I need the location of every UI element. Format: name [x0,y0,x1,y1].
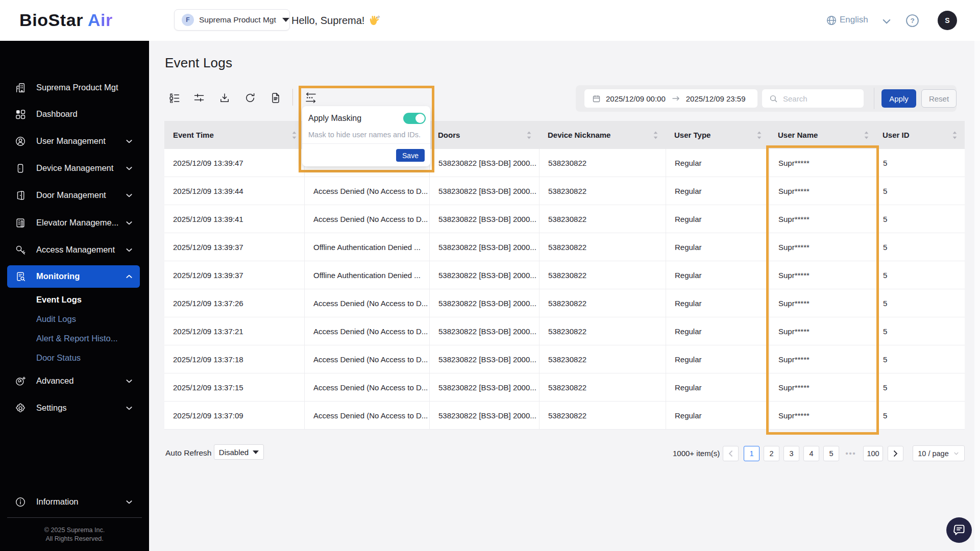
svg-text:?: ? [910,17,914,24]
